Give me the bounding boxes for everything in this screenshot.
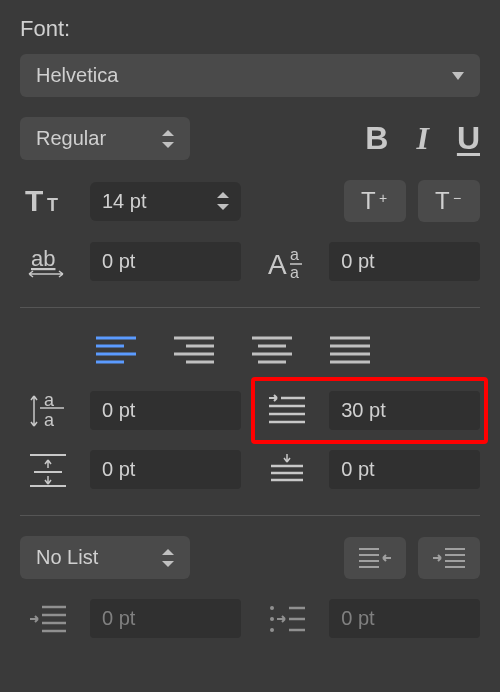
svg-text:A: A	[268, 249, 287, 280]
chevron-updown-icon	[217, 192, 229, 210]
section-divider	[20, 515, 480, 516]
svg-text:a: a	[290, 246, 299, 263]
font-family-dropdown[interactable]: Helvetica	[20, 54, 480, 97]
list-style-value: No List	[36, 546, 98, 569]
font-size-dropdown[interactable]: 14 pt	[90, 182, 241, 221]
list-text-indent-input[interactable]: 0 pt	[90, 599, 241, 638]
font-weight-dropdown[interactable]: Regular	[20, 117, 190, 160]
svg-text:T: T	[361, 187, 376, 214]
line-spacing-input[interactable]: 0 pt	[90, 391, 241, 430]
space-before-icon	[20, 452, 76, 488]
svg-point-53	[270, 617, 274, 621]
tracking-icon: ab	[20, 244, 76, 280]
align-justify-button[interactable]	[330, 334, 370, 366]
chevron-updown-icon	[162, 130, 174, 148]
font-size-value: 14 pt	[102, 190, 146, 213]
tracking-input[interactable]: 0 pt	[90, 242, 241, 281]
svg-text:T: T	[25, 185, 43, 217]
first-line-indent-icon	[259, 393, 315, 427]
first-line-indent-input[interactable]: 30 pt	[329, 391, 480, 430]
baseline-input[interactable]: 0 pt	[329, 242, 480, 281]
svg-text:T: T	[435, 187, 450, 214]
line-spacing-icon: aa	[20, 390, 76, 430]
chevron-down-icon	[452, 72, 464, 80]
increase-size-button[interactable]: T+	[344, 180, 406, 222]
align-left-button[interactable]	[96, 334, 136, 366]
italic-button[interactable]: I	[416, 120, 428, 157]
outdent-list-button[interactable]	[344, 537, 406, 579]
align-right-button[interactable]	[174, 334, 214, 366]
baseline-shift-icon: Aaa	[259, 244, 315, 280]
font-section-label: Font:	[20, 16, 480, 42]
svg-text:a: a	[44, 410, 55, 430]
svg-point-52	[270, 606, 274, 610]
svg-text:ab: ab	[31, 246, 55, 271]
indent-list-button[interactable]	[418, 537, 480, 579]
bold-button[interactable]: B	[365, 120, 388, 157]
list-style-dropdown[interactable]: No List	[20, 536, 190, 579]
svg-text:−: −	[453, 190, 461, 206]
space-after-input[interactable]: 0 pt	[329, 450, 480, 489]
space-after-icon	[259, 452, 315, 488]
svg-text:+: +	[379, 190, 387, 206]
underline-button[interactable]: U	[457, 120, 480, 157]
font-size-icon: TT	[20, 185, 76, 217]
list-number-indent-icon	[259, 602, 315, 636]
list-number-indent-input[interactable]: 0 pt	[329, 599, 480, 638]
svg-point-54	[270, 628, 274, 632]
section-divider	[20, 307, 480, 308]
align-center-button[interactable]	[252, 334, 292, 366]
svg-text:T: T	[47, 195, 58, 215]
svg-text:a: a	[290, 264, 299, 280]
chevron-updown-icon	[162, 549, 174, 567]
font-family-value: Helvetica	[36, 64, 118, 87]
decrease-size-button[interactable]: T−	[418, 180, 480, 222]
svg-text:a: a	[44, 390, 55, 410]
list-text-indent-icon	[20, 602, 76, 636]
font-weight-value: Regular	[36, 127, 106, 150]
space-before-input[interactable]: 0 pt	[90, 450, 241, 489]
